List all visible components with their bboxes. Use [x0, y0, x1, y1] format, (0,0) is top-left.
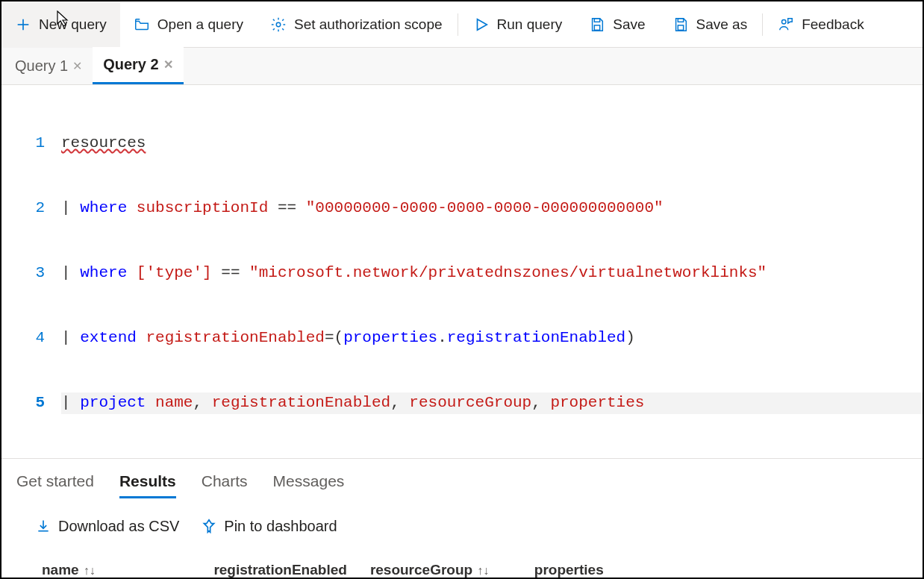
- toolbar-divider: [458, 13, 458, 36]
- line-number: 3: [1, 263, 61, 284]
- download-csv-button[interactable]: Download as CSV: [36, 518, 179, 535]
- set-scope-label: Set authorization scope: [294, 16, 443, 33]
- toolbar-divider: [762, 13, 763, 36]
- svg-point-8: [782, 19, 787, 23]
- save-as-icon: [672, 16, 689, 33]
- feedback-label: Feedback: [802, 16, 864, 33]
- col-header-properties[interactable]: properties: [527, 553, 840, 580]
- tab-query-2[interactable]: Query 2 ✕: [93, 47, 183, 84]
- col-header-registration-enabled[interactable]: registrationEnabled: [206, 553, 362, 580]
- svg-marker-3: [477, 19, 487, 30]
- sort-icon: ↑↓: [477, 564, 489, 577]
- line-number: 5: [1, 392, 61, 414]
- result-tabs: Get started Results Charts Messages: [1, 459, 923, 498]
- svg-rect-5: [595, 25, 600, 29]
- svg-point-2: [276, 22, 281, 27]
- col-header-resource-group[interactable]: resourceGroup↑↓: [363, 553, 527, 580]
- code-line[interactable]: | project name, registrationEnabled, res…: [61, 392, 923, 414]
- save-button[interactable]: Save: [575, 1, 658, 48]
- download-csv-label: Download as CSV: [58, 518, 179, 535]
- run-query-button[interactable]: Run query: [460, 1, 576, 48]
- code-line[interactable]: | extend registrationEnabled=(properties…: [61, 328, 923, 349]
- person-feedback-icon: [778, 16, 794, 33]
- results-actions: Download as CSV Pin to dashboard: [1, 498, 923, 542]
- sort-icon: ↑↓: [84, 564, 96, 577]
- new-query-button[interactable]: New query: [1, 1, 120, 48]
- col-header-name[interactable]: name↑↓: [34, 553, 206, 580]
- plus-icon: [15, 16, 31, 33]
- save-as-label: Save as: [696, 16, 748, 33]
- code-line[interactable]: resources: [61, 133, 923, 154]
- save-as-button[interactable]: Save as: [659, 1, 761, 48]
- close-icon[interactable]: ✕: [72, 59, 82, 73]
- tab-results[interactable]: Results: [119, 472, 176, 498]
- new-query-label: New query: [39, 16, 107, 33]
- download-icon: [36, 519, 51, 533]
- tab-charts[interactable]: Charts: [202, 472, 248, 498]
- line-number: 2: [1, 198, 61, 219]
- query-tabs: Query 1 ✕ Query 2 ✕: [1, 48, 923, 85]
- run-query-label: Run query: [497, 16, 563, 33]
- pin-dashboard-button[interactable]: Pin to dashboard: [202, 518, 337, 535]
- pin-icon: [202, 519, 216, 533]
- folder-open-icon: [134, 16, 150, 33]
- code-line[interactable]: | where subscriptionId == "00000000-0000…: [61, 198, 923, 219]
- pin-dashboard-label: Pin to dashboard: [224, 518, 337, 535]
- save-label: Save: [613, 16, 645, 33]
- line-number: 4: [1, 328, 61, 349]
- table-header-row: name↑↓ registrationEnabled resourceGroup…: [34, 553, 924, 580]
- tab-label: Query 1: [15, 57, 68, 75]
- results-table: name↑↓ registrationEnabled resourceGroup…: [34, 553, 924, 580]
- gear-icon: [270, 16, 287, 33]
- command-toolbar: New query Open a query Set authorization…: [1, 1, 923, 48]
- play-icon: [473, 16, 490, 33]
- line-number: 1: [1, 133, 61, 154]
- tab-query-1[interactable]: Query 1 ✕: [4, 47, 93, 84]
- open-query-label: Open a query: [157, 16, 243, 33]
- save-icon: [589, 16, 605, 33]
- close-icon[interactable]: ✕: [163, 57, 173, 72]
- svg-rect-7: [678, 25, 683, 29]
- set-scope-button[interactable]: Set authorization scope: [257, 1, 456, 48]
- svg-rect-4: [595, 18, 600, 22]
- tab-label: Query 2: [103, 56, 158, 73]
- feedback-button[interactable]: Feedback: [764, 1, 877, 48]
- code-line[interactable]: | where ['type'] == "microsoft.network/p…: [61, 263, 923, 284]
- open-query-button[interactable]: Open a query: [120, 1, 257, 48]
- tab-get-started[interactable]: Get started: [16, 472, 94, 498]
- svg-rect-6: [678, 18, 683, 22]
- query-editor[interactable]: 1resources 2| where subscriptionId == "0…: [1, 85, 923, 459]
- tab-messages[interactable]: Messages: [273, 472, 345, 498]
